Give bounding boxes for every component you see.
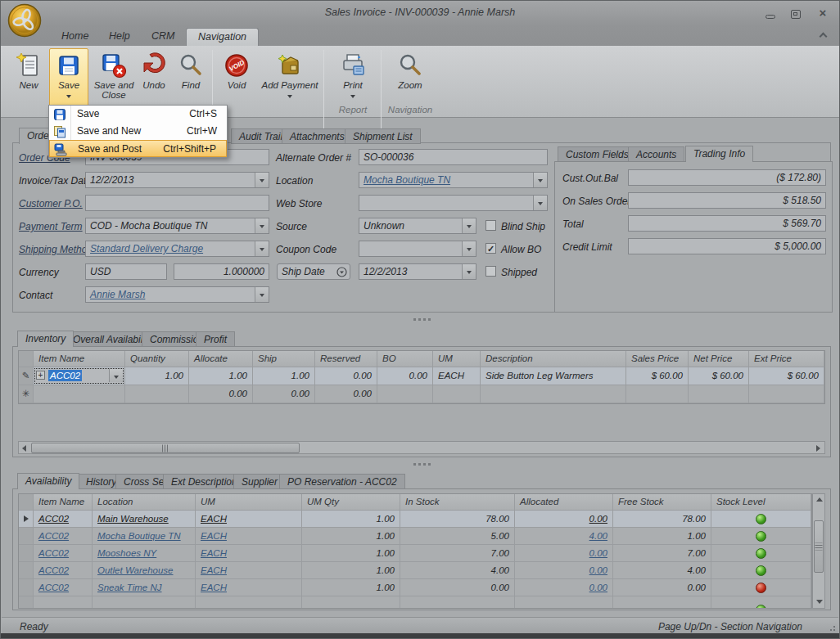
source-field[interactable]: Unknown <box>359 218 476 234</box>
title-bar[interactable]: Sales Invoice - INV-000039 - Annie Marsh… <box>1 1 839 25</box>
save-button[interactable]: Save <box>49 48 88 109</box>
tab-help[interactable]: Help <box>97 28 142 46</box>
minimize-button[interactable] <box>764 7 777 19</box>
tab-attachments[interactable]: Attachments <box>282 128 353 144</box>
dropdown-button[interactable] <box>255 218 269 233</box>
ship-cell[interactable]: 1.00 <box>253 367 315 385</box>
new-button[interactable]: New <box>11 48 47 106</box>
allocated-link[interactable]: 0.00 <box>589 514 607 524</box>
col-ext-price[interactable]: Ext Price <box>749 351 824 367</box>
invoice-tax-date-field[interactable]: 12/2/2013 <box>85 172 269 188</box>
dropdown-button[interactable] <box>255 173 269 187</box>
dropdown-button[interactable] <box>533 196 547 210</box>
scroll-right-arrow[interactable] <box>813 442 824 453</box>
close-button[interactable]: × <box>816 7 829 19</box>
tab-home[interactable]: Home <box>50 28 100 46</box>
reserved-cell[interactable]: 0.00 <box>315 367 377 385</box>
ship-date-field[interactable]: 12/2/2013 <box>359 263 476 280</box>
ship-cell[interactable]: 0.00 <box>253 385 315 403</box>
item-link[interactable]: ACC02 <box>38 583 69 592</box>
col-net-price[interactable]: Net Price <box>689 351 749 367</box>
menu-item-save-and-post[interactable]: Save and Post Ctrl+Shift+P <box>49 140 227 157</box>
scroll-left-arrow[interactable] <box>19 442 30 453</box>
col-um-qty[interactable]: UM Qty <box>302 494 400 511</box>
tab-navigation[interactable]: Navigation <box>186 28 259 46</box>
item-link[interactable]: ACC02 <box>38 565 69 575</box>
col-description[interactable]: Description <box>481 351 626 367</box>
customer-po-label[interactable]: Customer P.O. <box>19 198 83 209</box>
dropdown-button[interactable] <box>533 173 547 187</box>
scrollbar-thumb[interactable] <box>31 443 300 453</box>
tab-po-reservation[interactable]: PO Reservation - ACC02 <box>279 474 405 489</box>
dropdown-button[interactable] <box>255 287 269 302</box>
save-and-close-button[interactable]: Save and Close <box>91 48 137 106</box>
location-field[interactable]: Mocha Boutique TN <box>359 172 548 188</box>
quantity-cell[interactable] <box>125 385 189 403</box>
dropdown-button[interactable] <box>462 264 476 279</box>
item-link[interactable]: ACC02 <box>38 531 69 541</box>
shipping-method-label[interactable]: Shipping Method <box>19 244 93 255</box>
col-item-name[interactable]: Item Name <box>34 351 125 367</box>
location-link[interactable]: Sneak Time NJ <box>97 583 162 592</box>
col-reserved[interactable]: Reserved <box>315 351 377 367</box>
description-cell[interactable]: Side Button Leg Warmers <box>481 367 626 385</box>
alternate-order-field[interactable]: SO-000036 <box>359 149 548 165</box>
location-link[interactable]: Mocha Boutique TN <box>97 531 181 541</box>
tab-availability[interactable]: Availability <box>17 473 79 489</box>
menu-item-save-and-new[interactable]: Save and New Ctrl+W <box>49 123 227 140</box>
app-logo-icon[interactable] <box>7 3 42 38</box>
um-link[interactable]: EACH <box>201 514 227 524</box>
allow-bo-checkbox[interactable]: ✓ <box>485 243 496 254</box>
dropdown-button[interactable] <box>109 369 123 382</box>
tab-profit[interactable]: Profit <box>196 331 235 347</box>
col-location[interactable]: Location <box>93 494 196 511</box>
coupon-code-field[interactable] <box>359 241 476 257</box>
currency-code-field[interactable]: USD <box>85 263 167 280</box>
allocated-link[interactable]: 0.00 <box>589 565 607 575</box>
tab-shipment-list[interactable]: Shipment List <box>345 128 421 144</box>
add-payment-button[interactable]: Add Payment <box>260 48 320 106</box>
tab-custom-fields[interactable]: Custom Fields <box>558 146 637 162</box>
col-allocate[interactable]: Allocate <box>189 351 253 367</box>
col-allocated[interactable]: Allocated <box>515 494 613 511</box>
void-button[interactable]: VOID Void <box>218 48 255 106</box>
item-name-cell[interactable]: + ACC02 <box>34 367 125 385</box>
um-link[interactable]: EACH <box>201 565 227 575</box>
dropdown-button[interactable] <box>462 241 476 256</box>
web-store-field[interactable] <box>359 195 548 211</box>
find-button[interactable]: Find <box>173 48 209 106</box>
col-um[interactable]: UM <box>196 494 302 511</box>
undo-button[interactable]: Undo <box>137 48 171 106</box>
payment-term-field[interactable]: COD - Mocha Boutique TN <box>85 218 269 234</box>
item-link[interactable]: ACC02 <box>38 514 69 524</box>
print-button[interactable]: Print <box>330 48 376 106</box>
allocate-cell[interactable]: 0.00 <box>189 385 253 403</box>
resize-grip[interactable] <box>827 623 835 631</box>
zoom-button[interactable]: Zoom <box>387 48 433 106</box>
shipped-checkbox[interactable] <box>485 266 496 277</box>
dropdown-button[interactable] <box>255 241 269 256</box>
col-quantity[interactable]: Quantity <box>125 351 189 367</box>
scrollbar-thumb[interactable] <box>814 520 824 573</box>
inventory-horizontal-scrollbar[interactable] <box>18 441 825 454</box>
col-sales-price[interactable]: Sales Price <box>626 351 689 367</box>
col-bo[interactable]: BO <box>377 351 433 367</box>
item-name-cell[interactable] <box>34 385 125 403</box>
um-link[interactable]: EACH <box>201 548 227 558</box>
restore-button[interactable] <box>789 7 802 19</box>
col-item-name[interactable]: Item Name <box>34 494 93 511</box>
scroll-up-arrow[interactable] <box>813 494 824 506</box>
shipping-method-field[interactable]: Standard Delivery Charge <box>85 241 269 257</box>
ext-price-cell[interactable]: $ 60.00 <box>749 367 824 385</box>
availability-vertical-scrollbar[interactable] <box>812 493 825 609</box>
um-link[interactable]: EACH <box>201 583 227 592</box>
contact-field[interactable]: Annie Marsh <box>85 286 269 303</box>
customer-po-field[interactable] <box>85 195 269 211</box>
allocated-link[interactable]: 0.00 <box>589 548 607 558</box>
allocate-cell[interactable]: 1.00 <box>189 367 253 385</box>
menu-item-save[interactable]: Save Ctrl+S <box>49 106 227 123</box>
payment-term-label[interactable]: Payment Term <box>19 221 83 232</box>
tab-crm[interactable]: CRM <box>140 28 186 46</box>
tab-accounts[interactable]: Accounts <box>628 146 684 162</box>
expand-plus-icon[interactable]: + <box>36 371 45 380</box>
